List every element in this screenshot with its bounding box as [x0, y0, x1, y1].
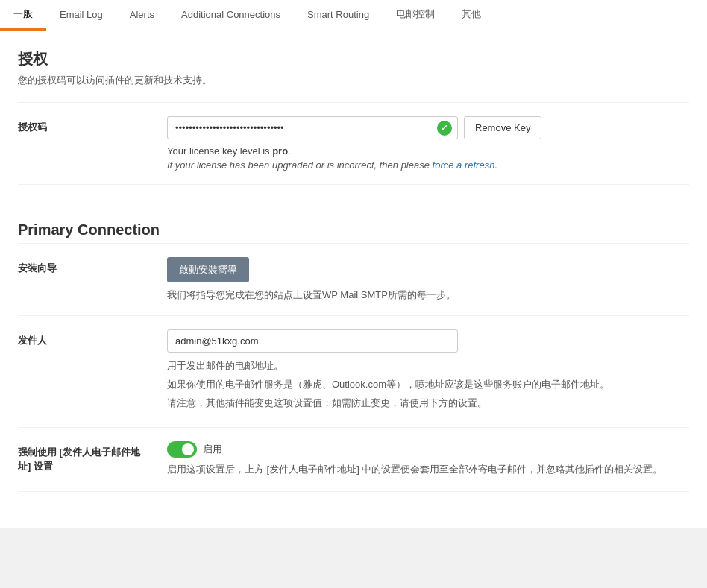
authorization-title: 授权: [18, 49, 689, 69]
license-level-info: Your license key level is pro.: [167, 145, 689, 157]
setup-wizard-button[interactable]: 啟動安裝嚮導: [167, 257, 249, 282]
tab-navigation: 一般 Email Log Alerts Additional Connectio…: [0, 0, 707, 31]
from-email-desc3: 请注意，其他插件能变更这项设置值；如需防止变更，请使用下方的设置。: [167, 396, 689, 411]
tab-alerts[interactable]: Alerts: [116, 0, 168, 31]
license-level: pro: [272, 145, 288, 157]
license-label: 授权码: [18, 116, 167, 134]
tab-smart-routing[interactable]: Smart Routing: [294, 0, 383, 31]
from-email-input[interactable]: admin@51kxg.com: [167, 329, 458, 353]
tab-email-control[interactable]: 电邮控制: [383, 0, 448, 31]
tab-general[interactable]: 一般: [0, 0, 46, 31]
authorization-section: 授权 您的授权码可以访问插件的更新和技术支持。 授权码 ••••••••••••…: [18, 49, 689, 185]
license-field: •••••••••••••••••••••••••••••••• Remove …: [167, 116, 689, 171]
license-info-text: Your license key level is: [167, 145, 272, 157]
from-email-desc1: 用于发出邮件的电邮地址。: [167, 358, 689, 374]
setup-wizard-label: 安装向导: [18, 257, 167, 275]
from-email-row: 发件人 admin@51kxg.com 用于发出邮件的电邮地址。 如果你使用的电…: [18, 315, 689, 427]
license-key-input[interactable]: ••••••••••••••••••••••••••••••••: [167, 116, 458, 139]
force-from-row: 强制使用 [发件人电子邮件地址] 设置 启用 启用这项设置后，上方 [发件人电子…: [18, 427, 689, 492]
setup-wizard-row: 安装向导 啟動安裝嚮導 我们将指导您完成在您的站点上设置WP Mail SMTP…: [18, 243, 689, 315]
force-refresh-suffix: .: [494, 159, 497, 171]
force-refresh-link[interactable]: force a refresh: [433, 159, 495, 171]
force-from-label: 强制使用 [发件人电子邮件地址] 设置: [18, 441, 167, 472]
authorization-description: 您的授权码可以访问插件的更新和技术支持。: [18, 74, 689, 87]
section-divider-1: [18, 203, 689, 203]
toggle-label-area: 启用: [167, 441, 689, 458]
tab-additional-connections[interactable]: Additional Connections: [168, 0, 294, 31]
from-email-desc2: 如果你使用的电子邮件服务是（雅虎、Outlook.com等），喷地址应该是这些服…: [167, 377, 689, 393]
force-from-description: 启用这项设置后，上方 [发件人电子邮件地址] 中的设置便会套用至全部外寄电子邮件…: [167, 462, 689, 478]
toggle-enabled-text: 启用: [203, 443, 222, 456]
primary-connection-section: Primary Connection 安装向导 啟動安裝嚮導 我们将指导您完成在…: [18, 221, 689, 492]
remove-key-button[interactable]: Remove Key: [464, 116, 541, 139]
license-key-row: 授权码 •••••••••••••••••••••••••••••••• Rem…: [18, 102, 689, 185]
page-wrapper: 一般 Email Log Alerts Additional Connectio…: [0, 0, 707, 528]
from-email-label: 发件人: [18, 329, 167, 347]
toggle-slider: [167, 441, 197, 458]
license-input-container: ••••••••••••••••••••••••••••••••: [167, 116, 458, 139]
setup-wizard-field: 啟動安裝嚮導 我们将指导您完成在您的站点上设置WP Mail SMTP所需的每一…: [167, 257, 689, 302]
license-note-text: If your license has been upgraded or is …: [167, 159, 433, 171]
license-valid-icon: [437, 121, 452, 136]
force-from-field: 启用 启用这项设置后，上方 [发件人电子邮件地址] 中的设置便会套用至全部外寄电…: [167, 441, 689, 478]
force-from-toggle[interactable]: [167, 441, 197, 458]
primary-connection-title: Primary Connection: [18, 221, 689, 238]
license-input-wrap: •••••••••••••••••••••••••••••••• Remove …: [167, 116, 689, 139]
setup-wizard-description: 我们将指导您完成在您的站点上设置WP Mail SMTP所需的每一步。: [167, 288, 689, 302]
tab-other[interactable]: 其他: [448, 0, 494, 31]
main-content: 授权 您的授权码可以访问插件的更新和技术支持。 授权码 ••••••••••••…: [0, 31, 707, 528]
license-upgrade-note: If your license has been upgraded or is …: [167, 159, 689, 171]
tab-email-log[interactable]: Email Log: [46, 0, 116, 31]
from-email-field: admin@51kxg.com 用于发出邮件的电邮地址。 如果你使用的电子邮件服…: [167, 329, 689, 414]
